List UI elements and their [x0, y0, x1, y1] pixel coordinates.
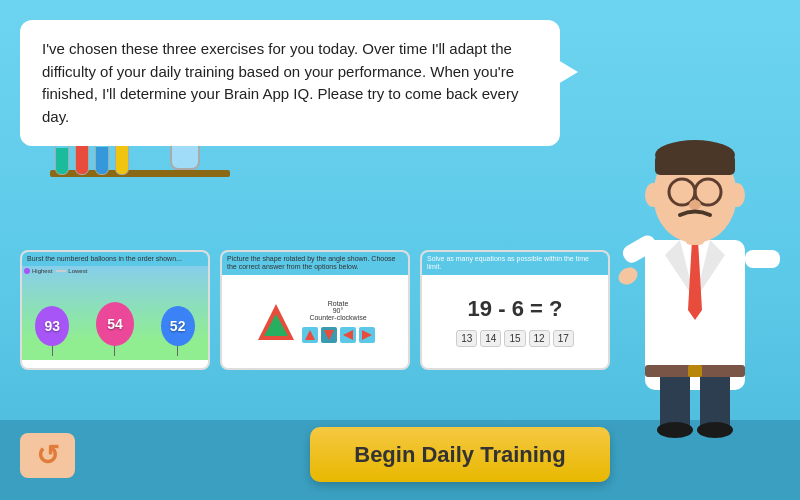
math-opt-15[interactable]: 15 — [504, 330, 525, 347]
math-card-header: Solve as many equations as possible with… — [422, 252, 608, 275]
legend-highest-dot — [24, 268, 30, 274]
svg-point-10 — [697, 422, 733, 438]
rotate-degrees: 90° — [333, 307, 344, 314]
svg-point-21 — [689, 200, 701, 210]
svg-marker-0 — [305, 330, 315, 340]
triangle-opt-3[interactable] — [340, 327, 356, 343]
logo-svg: ↺ — [20, 433, 75, 478]
rotate-label: Rotate 90° Counter-clockwise — [309, 300, 366, 321]
svg-point-23 — [729, 183, 745, 207]
balloon-string-93 — [52, 346, 53, 356]
opt-triangle-3 — [342, 329, 354, 341]
triangle-card-body: Rotate 90° Counter-clockwise — [222, 275, 408, 369]
svg-rect-7 — [660, 370, 690, 430]
math-opt-17[interactable]: 17 — [553, 330, 574, 347]
math-opt-12[interactable]: 12 — [529, 330, 550, 347]
legend-highest: Highest — [24, 268, 52, 274]
rotate-label-text: Rotate — [328, 300, 349, 307]
balloon-card-body: Highest Lowest 93 54 52 — [22, 266, 208, 360]
svg-point-22 — [645, 183, 661, 207]
math-card: Solve as many equations as possible with… — [420, 250, 610, 370]
svg-rect-14 — [688, 365, 702, 377]
svg-marker-1 — [324, 330, 334, 340]
math-equation: 19 - 6 = ? — [468, 296, 563, 322]
opt-triangle-1 — [304, 329, 316, 341]
triangle-options — [302, 327, 375, 343]
math-card-body: 19 - 6 = ? 13 14 15 12 17 — [422, 275, 608, 369]
balloon-circle-52: 52 — [161, 306, 195, 346]
balloon-string-54 — [114, 346, 115, 356]
triangle-main-col — [256, 302, 296, 342]
math-opt-13[interactable]: 13 — [456, 330, 477, 347]
balloon-circle-93: 93 — [35, 306, 69, 346]
legend-highest-label: Highest — [32, 268, 52, 274]
doctor-svg — [610, 100, 780, 440]
legend-lowest-label: Lowest — [68, 268, 87, 274]
cards-row: Burst the numbered balloons in the order… — [20, 250, 610, 370]
balloon-52: 52 — [161, 306, 195, 356]
balloon-54: 54 — [96, 302, 134, 356]
svg-marker-3 — [362, 330, 372, 340]
speech-text: I've chosen these three exercises for yo… — [42, 40, 518, 125]
triangle-opt-1[interactable] — [302, 327, 318, 343]
svg-rect-8 — [700, 370, 730, 430]
math-options: 13 14 15 12 17 — [456, 330, 574, 347]
svg-rect-17 — [655, 155, 735, 175]
svg-marker-2 — [343, 330, 353, 340]
balloon-93: 93 — [35, 306, 69, 356]
begin-training-button[interactable]: Begin Daily Training — [310, 427, 610, 482]
balloon-circle-54: 54 — [96, 302, 134, 346]
triangle-card-header: Picture the shape rotated by the angle s… — [222, 252, 408, 275]
triangle-card: Picture the shape rotated by the angle s… — [220, 250, 410, 370]
logo: ↺ — [20, 433, 75, 478]
balloon-scene: Highest Lowest 93 54 52 — [22, 266, 208, 360]
balloon-string-52 — [177, 346, 178, 356]
balloon-legend: Highest Lowest — [24, 268, 87, 274]
main-triangle-svg — [256, 302, 296, 342]
doctor-character — [610, 100, 780, 440]
opt-triangle-2 — [323, 329, 335, 341]
speech-bubble: I've chosen these three exercises for yo… — [20, 20, 560, 146]
pointing-hand — [615, 264, 640, 288]
balloon-card: Burst the numbered balloons in the order… — [20, 250, 210, 370]
triangle-opt-4[interactable] — [359, 327, 375, 343]
legend-lowest: Lowest — [56, 268, 87, 274]
svg-rect-12 — [745, 250, 780, 268]
math-opt-14[interactable]: 14 — [480, 330, 501, 347]
rotate-direction: Counter-clockwise — [309, 314, 366, 321]
svg-point-9 — [657, 422, 693, 438]
opt-triangle-4 — [361, 329, 373, 341]
svg-text:↺: ↺ — [36, 440, 59, 471]
triangle-opt-2[interactable] — [321, 327, 337, 343]
balloon-card-header: Burst the numbered balloons in the order… — [22, 252, 208, 266]
rotate-info-col: Rotate 90° Counter-clockwise — [302, 300, 375, 343]
legend-lowest-line — [56, 270, 66, 272]
